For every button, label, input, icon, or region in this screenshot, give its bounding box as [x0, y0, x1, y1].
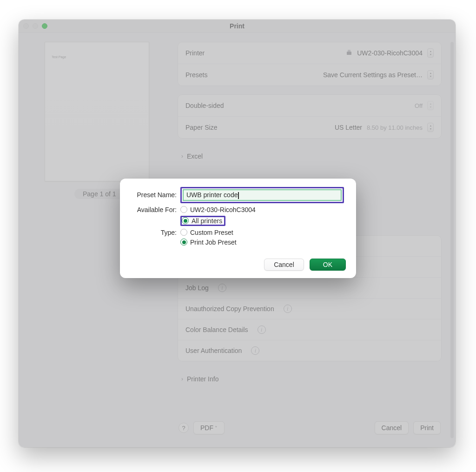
- available-only-this-printer-radio[interactable]: UW2-030-RicohC3004: [180, 206, 256, 213]
- save-preset-dialog: Preset Name: UWB printer code Available …: [120, 179, 356, 278]
- printer-info-label: Printer Info: [187, 375, 218, 383]
- chevron-right-icon: ›: [181, 153, 183, 160]
- presets-label: Presets: [185, 71, 207, 79]
- page-indicator: Page 1 of 1: [74, 189, 125, 199]
- chevron-updown-icon: ▴▾: [427, 70, 434, 80]
- titlebar: Print: [19, 20, 456, 33]
- type-printjob-label: Print Job Preset: [190, 239, 237, 246]
- excel-label: Excel: [187, 153, 203, 160]
- option-row[interactable]: Color Balance Details i: [178, 319, 441, 340]
- page-preview: Test Page: [45, 42, 149, 181]
- type-label: Type:: [130, 229, 180, 236]
- printer-row[interactable]: Printer UW2-030-RicohC3004 ▴▾: [178, 42, 441, 64]
- text-cursor-icon: [238, 192, 238, 199]
- chevron-updown-icon: ▴▾: [427, 101, 434, 110]
- chevron-updown-icon: ▴▾: [427, 123, 434, 132]
- available-for-label: Available For:: [130, 206, 180, 213]
- sheet-button-row: Cancel OK: [264, 259, 346, 271]
- radio-selected-icon: [182, 217, 189, 224]
- window-title: Print: [19, 22, 456, 30]
- excel-disclosure[interactable]: › Excel: [178, 147, 442, 166]
- presets-row[interactable]: Presets Save Current Settings as Preset……: [178, 64, 441, 86]
- double-sided-row[interactable]: Double-sided Off ▴▾: [178, 95, 441, 117]
- paper-size-label: Paper Size: [185, 124, 217, 131]
- printer-label: Printer: [185, 49, 205, 57]
- type-custom-radio[interactable]: Custom Preset: [180, 229, 233, 236]
- option-label: Color Balance Details: [185, 326, 248, 333]
- option-label: User Authentication: [185, 347, 242, 354]
- option-row[interactable]: User Authentication i: [178, 340, 441, 361]
- print-button[interactable]: Print: [413, 421, 441, 434]
- sheet-ok-button[interactable]: OK: [310, 259, 346, 271]
- available-all-highlight: All printers: [180, 216, 225, 226]
- printer-icon: [346, 50, 352, 56]
- type-row: Type: Custom Preset Print Job Preset: [130, 229, 344, 246]
- printer-info-disclosure[interactable]: › Printer Info: [178, 370, 442, 388]
- info-icon[interactable]: i: [258, 326, 266, 334]
- page-group: Double-sided Off ▴▾ Paper Size US Letter…: [178, 94, 442, 139]
- available-only-label: UW2-030-RicohC3004: [190, 206, 256, 213]
- preset-name-value: UWB printer code: [186, 191, 238, 199]
- double-sided-value: Off: [415, 102, 423, 109]
- preset-name-input[interactable]: UWB printer code: [183, 189, 342, 201]
- info-icon[interactable]: i: [284, 305, 292, 313]
- available-all-label: All printers: [192, 217, 222, 225]
- chevron-updown-icon: ▴▾: [427, 48, 434, 58]
- available-all-printers-radio[interactable]: All printers: [182, 217, 222, 225]
- chevron-right-icon: ›: [181, 376, 183, 382]
- printer-group: Printer UW2-030-RicohC3004 ▴▾ Presets Sa…: [178, 42, 442, 86]
- option-row[interactable]: Unauthorized Copy Prevention i: [178, 299, 441, 319]
- radio-selected-icon: [180, 239, 187, 246]
- paper-size-row[interactable]: Paper Size US Letter 8.50 by 11.00 inche…: [178, 117, 441, 138]
- preset-name-label: Preset Name:: [130, 191, 180, 199]
- info-icon[interactable]: i: [251, 346, 259, 355]
- double-sided-label: Double-sided: [185, 102, 224, 109]
- scrollbar[interactable]: [450, 42, 454, 438]
- help-button[interactable]: ?: [178, 423, 189, 433]
- option-row[interactable]: Job Log i: [178, 278, 441, 299]
- type-custom-label: Custom Preset: [190, 229, 233, 236]
- sheet-cancel-button[interactable]: Cancel: [264, 259, 304, 271]
- preview-pane: Test Page Page 1 of 1: [30, 42, 160, 199]
- dialog-footer: ? PDF Cancel Print: [178, 421, 442, 434]
- info-icon[interactable]: i: [218, 284, 226, 292]
- cancel-button[interactable]: Cancel: [375, 421, 409, 434]
- radio-icon: [180, 229, 187, 236]
- preset-name-highlight: UWB printer code: [180, 187, 344, 203]
- type-printjob-radio[interactable]: Print Job Preset: [180, 239, 237, 246]
- available-for-row: Available For: UW2-030-RicohC3004 All pr…: [130, 206, 344, 226]
- pdf-menu-button[interactable]: PDF: [193, 421, 225, 434]
- paper-size-detail: 8.50 by 11.00 inches: [367, 124, 423, 131]
- preview-doc-label: Test Page: [52, 55, 66, 59]
- presets-value: Save Current Settings as Preset…: [323, 71, 423, 79]
- radio-icon: [180, 206, 187, 213]
- paper-size-value: US Letter: [335, 124, 362, 131]
- option-label: Job Log: [185, 284, 209, 292]
- printer-value: UW2-030-RicohC3004: [357, 49, 423, 57]
- option-label: Unauthorized Copy Prevention: [185, 305, 274, 312]
- preset-name-row: Preset Name: UWB printer code: [130, 187, 344, 203]
